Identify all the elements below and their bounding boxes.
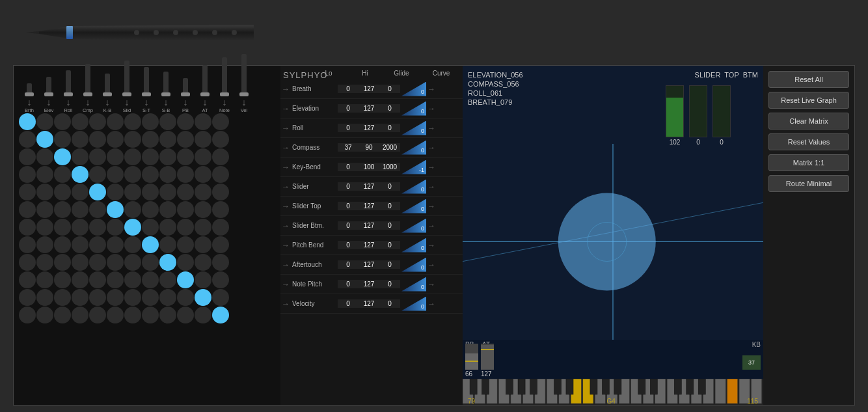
piano-black-key-8[interactable] [602, 379, 609, 394]
matrix-dot-r0-c8[interactable] [159, 113, 176, 130]
matrix-dot-r6-c2[interactable] [54, 219, 71, 236]
piano-black-key-2[interactable] [506, 379, 513, 394]
matrix-dot-r6-c4[interactable] [89, 219, 106, 236]
matrix-dot-r4-c10[interactable] [195, 184, 211, 200]
matrix-dot-r1-c3[interactable] [72, 131, 88, 148]
matrix-dot-r0-c3[interactable] [72, 113, 88, 130]
matrix-dot-r2-c10[interactable] [195, 148, 211, 165]
matrix-dot-r4-c5[interactable] [107, 184, 124, 200]
matrix-dot-r4-c7[interactable] [142, 184, 159, 200]
matrix-dot-r9-c0[interactable] [19, 271, 36, 288]
matrix-dot-r4-c3[interactable] [72, 184, 88, 200]
slider-thumb-pb[interactable] [181, 92, 190, 96]
matrix-dot-r9-c9[interactable] [177, 271, 194, 288]
matrix-dot-r2-c9[interactable] [177, 148, 194, 165]
matrix-dot-r11-c5[interactable] [107, 307, 124, 323]
matrix-dot-r9-c5[interactable] [107, 271, 124, 288]
piano-black-key-9[interactable] [614, 379, 621, 394]
reset-values-button[interactable]: Reset Values [768, 133, 849, 150]
matrix-dot-r8-c4[interactable] [89, 254, 106, 271]
matrix-dot-r3-c11[interactable] [212, 166, 229, 183]
matrix-dot-r10-c3[interactable] [72, 289, 88, 306]
matrix-dot-r8-c7[interactable] [142, 254, 159, 271]
matrix-dot-r10-c5[interactable] [107, 289, 124, 306]
matrix-dot-r8-c0[interactable] [19, 254, 36, 271]
matrix-dot-r10-c8[interactable] [159, 289, 176, 306]
matrix-dot-r0-c7[interactable] [142, 113, 159, 130]
route-curve-5[interactable]: 0 [401, 180, 426, 194]
slider-thumb-cmp[interactable] [83, 92, 92, 96]
matrix-dot-r9-c11[interactable] [212, 271, 229, 288]
slider-thumb-breath[interactable] [25, 92, 34, 96]
matrix-dot-r1-c5[interactable] [107, 131, 124, 148]
matrix-dot-r1-c2[interactable] [54, 131, 71, 148]
piano-keyboard[interactable]: 79 G4 115 [463, 379, 763, 405]
matrix-dot-r10-c11[interactable] [212, 289, 229, 306]
matrix-dot-r1-c0[interactable] [19, 131, 36, 148]
matrix-dot-r3-c9[interactable] [177, 166, 194, 183]
matrix-dot-r0-c6[interactable] [124, 113, 141, 130]
matrix-dot-r8-c11[interactable] [212, 254, 229, 271]
matrix-dot-r7-c6[interactable] [124, 236, 141, 253]
piano-black-key-11[interactable] [650, 379, 657, 394]
matrix-dot-r3-c0[interactable] [19, 166, 36, 183]
matrix-dot-r11-c6[interactable] [124, 307, 141, 323]
matrix-dot-r0-c0[interactable] [19, 113, 36, 130]
matrix-dot-r8-c9[interactable] [177, 254, 194, 271]
slider-thumb-sb[interactable] [161, 92, 170, 96]
matrix-dot-r3-c6[interactable] [124, 166, 141, 183]
piano-black-key-10[interactable] [638, 379, 645, 394]
matrix-dot-r8-c5[interactable] [107, 254, 124, 271]
matrix-dot-r0-c5[interactable] [107, 113, 124, 130]
matrix-dot-r8-c2[interactable] [54, 254, 71, 271]
matrix-dot-r3-c5[interactable] [107, 166, 124, 183]
route-curve-6[interactable]: 0 [401, 199, 426, 213]
matrix-dot-r4-c1[interactable] [36, 184, 53, 200]
matrix-dot-r5-c2[interactable] [54, 201, 71, 218]
matrix-dot-r6-c1[interactable] [36, 219, 53, 236]
matrix-dot-r7-c0[interactable] [19, 236, 36, 253]
matrix-dot-r1-c7[interactable] [142, 131, 159, 148]
matrix-dot-r9-c8[interactable] [159, 271, 176, 288]
matrix-dot-r9-c7[interactable] [142, 271, 159, 288]
matrix-dot-r8-c6[interactable] [124, 254, 141, 271]
matrix-dot-r5-c6[interactable] [124, 201, 141, 218]
matrix-dot-r0-c11[interactable] [212, 113, 229, 130]
matrix-dot-r3-c8[interactable] [159, 166, 176, 183]
matrix-dot-r10-c7[interactable] [142, 289, 159, 306]
matrix-dot-r6-c6[interactable] [124, 219, 141, 236]
matrix-dot-r2-c7[interactable] [142, 148, 159, 165]
slider-thumb-roll[interactable] [64, 92, 73, 96]
matrix-dot-r9-c2[interactable] [54, 271, 71, 288]
matrix-dot-r3-c1[interactable] [36, 166, 53, 183]
matrix-dot-r8-c8[interactable] [159, 254, 176, 271]
matrix-dot-r5-c5[interactable] [107, 201, 124, 218]
piano-white-key-22[interactable] [727, 379, 738, 404]
matrix-dot-r11-c3[interactable] [72, 307, 88, 323]
matrix-dot-r11-c4[interactable] [89, 307, 106, 323]
matrix-dot-r1-c10[interactable] [195, 131, 211, 148]
matrix-dot-r3-c4[interactable] [89, 166, 106, 183]
matrix-1-1-button[interactable]: Matrix 1:1 [768, 154, 849, 171]
matrix-dot-r9-c3[interactable] [72, 271, 88, 288]
matrix-dot-r1-c11[interactable] [212, 131, 229, 148]
route-curve-7[interactable]: 0 [401, 219, 426, 233]
matrix-dot-r4-c9[interactable] [177, 184, 194, 200]
slider-thumb-elev[interactable] [44, 92, 53, 96]
matrix-dot-r10-c4[interactable] [89, 289, 106, 306]
matrix-dot-r7-c11[interactable] [212, 236, 229, 253]
matrix-dot-r6-c9[interactable] [177, 219, 194, 236]
matrix-dot-r11-c11[interactable] [212, 307, 229, 323]
matrix-dot-r5-c4[interactable] [89, 201, 106, 218]
reset-all-button[interactable]: Reset All [768, 71, 849, 88]
matrix-dot-r11-c8[interactable] [159, 307, 176, 323]
matrix-dot-r5-c9[interactable] [177, 201, 194, 218]
piano-white-key-23[interactable] [739, 379, 750, 404]
matrix-dot-r5-c11[interactable] [212, 201, 229, 218]
matrix-dot-r10-c10[interactable] [195, 289, 211, 306]
matrix-dot-r6-c10[interactable] [195, 219, 211, 236]
slider-thumb-at[interactable] [200, 92, 210, 96]
matrix-dot-r10-c6[interactable] [124, 289, 141, 306]
piano-black-key-3[interactable] [518, 379, 525, 394]
matrix-dot-r0-c4[interactable] [89, 113, 106, 130]
